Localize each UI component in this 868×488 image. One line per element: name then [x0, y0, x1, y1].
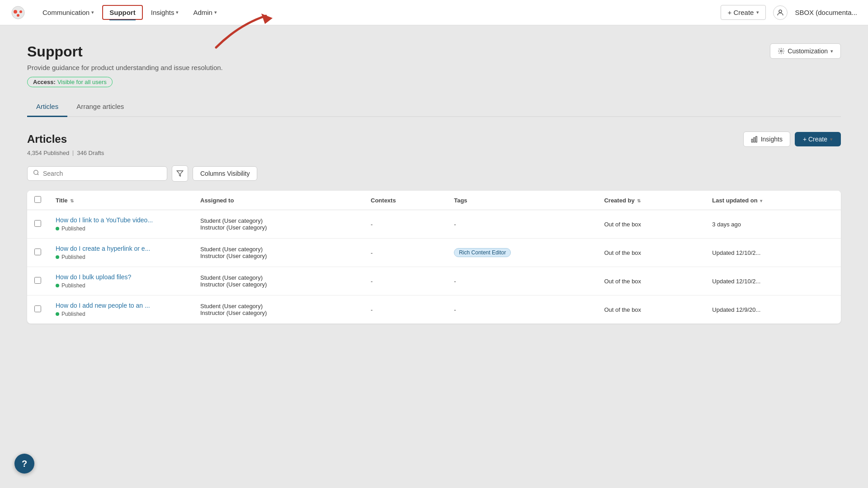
customization-button[interactable]: Customization ▾	[770, 43, 841, 59]
row-contexts: -	[363, 267, 447, 296]
row-contexts: -	[363, 296, 447, 324]
row-checkbox[interactable]	[34, 277, 41, 284]
page-header-left: Support Provide guidance for product und…	[27, 43, 223, 87]
meta-divider	[73, 150, 73, 156]
status-dot	[56, 284, 59, 287]
page-title: Support	[27, 43, 223, 60]
row-checkbox-cell	[27, 296, 48, 324]
nav-item-admin[interactable]: Admin ▾	[187, 6, 223, 19]
status-text: Published	[61, 225, 85, 232]
row-checkbox[interactable]	[34, 249, 41, 255]
help-button[interactable]: ?	[14, 454, 34, 474]
svg-marker-11	[177, 171, 183, 176]
select-all-checkbox[interactable]	[34, 196, 41, 203]
row-assigned-to: Student (User category)Instructor (User …	[193, 210, 363, 239]
sort-icon: ⇅	[637, 198, 641, 203]
row-assigned-to: Student (User category)Instructor (User …	[193, 267, 363, 296]
table-row: How do I link to a YouTube video...Publi…	[27, 210, 841, 239]
header-last-updated[interactable]: Last updated on ▾	[705, 191, 841, 210]
status-text: Published	[61, 254, 85, 260]
search-input[interactable]	[43, 170, 161, 177]
status-dot	[56, 312, 59, 316]
nav-item-support[interactable]: Support	[102, 5, 143, 20]
chevron-down-icon: ▾	[830, 48, 833, 54]
svg-point-6	[780, 50, 782, 52]
insights-button[interactable]: Insights	[743, 131, 790, 147]
row-last-updated: 3 days ago	[705, 210, 841, 239]
svg-point-1	[14, 10, 17, 14]
table-row: How do I bulk upload files?PublishedStud…	[27, 267, 841, 296]
row-checkbox[interactable]	[34, 220, 41, 227]
table-body: How do I link to a YouTube video...Publi…	[27, 210, 841, 324]
article-link[interactable]: How do I bulk upload files?	[56, 273, 186, 281]
access-badge: Access: Visible for all users	[27, 77, 113, 87]
row-contexts: -	[363, 239, 447, 267]
svg-point-10	[34, 170, 38, 174]
status-dot	[56, 255, 59, 259]
tab-articles[interactable]: Articles	[27, 98, 67, 117]
header-created-by[interactable]: Created by ⇅	[597, 191, 705, 210]
svg-point-2	[19, 10, 22, 13]
nav-item-insights[interactable]: Insights ▾	[145, 6, 185, 19]
app-logo[interactable]	[11, 5, 25, 20]
filter-button[interactable]	[172, 165, 188, 182]
page-container: Support Provide guidance for product und…	[0, 25, 868, 342]
row-checkbox-cell	[27, 239, 48, 267]
search-icon	[33, 169, 39, 178]
row-assigned-to: Student (User category)Instructor (User …	[193, 296, 363, 324]
row-created-by: Out of the box	[597, 210, 705, 239]
svg-point-5	[779, 10, 782, 13]
status-badge: Published	[56, 254, 186, 260]
row-tags: -	[447, 267, 597, 296]
navbar-right: + Create ▾ SBOX (documenta...	[721, 5, 857, 20]
article-link[interactable]: How do I add new people to an ...	[56, 302, 186, 309]
status-badge: Published	[56, 282, 186, 289]
create-article-button[interactable]: + Create ▾	[795, 132, 841, 146]
published-count: 4,354 Published	[27, 150, 69, 156]
tag-badge: Rich Content Editor	[454, 248, 511, 257]
drafts-count: 346 Drafts	[77, 150, 104, 156]
row-tags: -	[447, 210, 597, 239]
navbar: Communication ▾ Support Insights ▾ Admin…	[0, 0, 868, 25]
section-actions: Insights + Create ▾	[743, 131, 841, 147]
row-title-cell: How do I create a hyperlink or e...Publi…	[48, 239, 193, 267]
customization-label: Customization	[788, 47, 828, 55]
svg-marker-4	[261, 14, 273, 24]
columns-visibility-button[interactable]: Columns Visibility	[193, 166, 257, 181]
header-tags: Tags	[447, 191, 597, 210]
row-contexts: -	[363, 210, 447, 239]
row-title-cell: How do I bulk upload files?Published	[48, 267, 193, 296]
svg-rect-7	[751, 139, 753, 142]
create-button[interactable]: + Create ▾	[721, 5, 766, 20]
status-text: Published	[61, 282, 85, 289]
svg-point-0	[12, 6, 24, 19]
row-title-cell: How do I add new people to an ...Publish…	[48, 296, 193, 324]
sort-icon: ⇅	[70, 198, 74, 203]
status-badge: Published	[56, 225, 186, 232]
main-nav: Communication ▾ Support Insights ▾ Admin…	[36, 5, 721, 20]
nav-item-communication[interactable]: Communication ▾	[36, 6, 100, 19]
row-checkbox-cell	[27, 210, 48, 239]
article-link[interactable]: How do I link to a YouTube video...	[56, 216, 186, 224]
chevron-down-icon: ▾	[91, 9, 94, 15]
row-checkbox[interactable]	[34, 305, 41, 312]
article-link[interactable]: How do I create a hyperlink or e...	[56, 245, 186, 252]
svg-rect-8	[754, 138, 755, 142]
chevron-down-icon: ▾	[214, 9, 217, 15]
table-header-row: Title ⇅ Assigned to Contexts Tags Create…	[27, 191, 841, 210]
row-last-updated: Updated 12/10/2...	[705, 267, 841, 296]
header-title[interactable]: Title ⇅	[48, 191, 193, 210]
status-text: Published	[61, 311, 85, 317]
user-icon[interactable]	[773, 5, 788, 20]
articles-section-header: Articles Insights + Create ▾	[27, 131, 841, 147]
tab-arrange-articles[interactable]: Arrange articles	[67, 98, 133, 117]
chevron-down-icon: ▾	[830, 136, 833, 142]
chevron-down-icon: ▾	[176, 9, 179, 15]
row-created-by: Out of the box	[597, 267, 705, 296]
chevron-down-icon: ▾	[756, 9, 759, 15]
status-badge: Published	[56, 311, 186, 317]
row-created-by: Out of the box	[597, 239, 705, 267]
row-created-by: Out of the box	[597, 296, 705, 324]
row-last-updated: Updated 12/10/2...	[705, 239, 841, 267]
search-input-wrap[interactable]	[27, 166, 167, 181]
